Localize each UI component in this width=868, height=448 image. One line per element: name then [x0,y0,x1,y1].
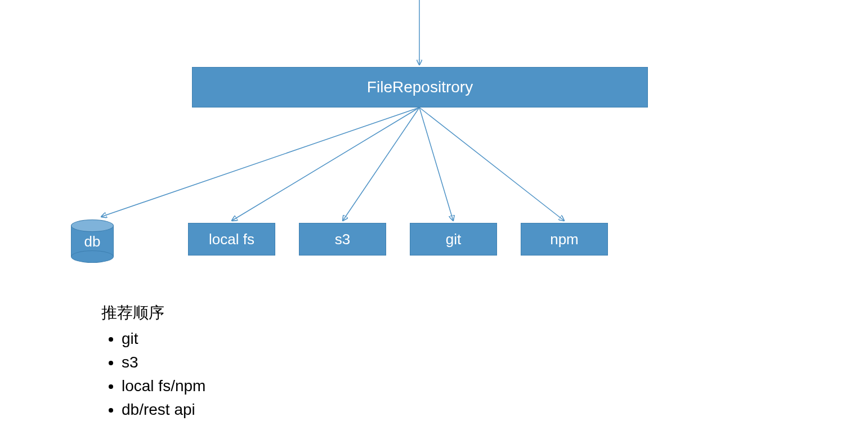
list-item: db/rest api [122,398,205,422]
node-git: git [410,223,497,256]
node-s3-label: s3 [335,231,350,248]
node-s3: s3 [299,223,386,256]
list-item: s3 [122,351,205,374]
node-db: db [71,219,114,262]
recommendation-notes: 推荐顺序 git s3 local fs/npm db/rest api [101,301,205,422]
list-item: git [122,327,205,351]
node-file-repository-label: FileRepositrory [367,78,473,96]
db-cylinder-bottom [71,250,114,263]
arrow-s3 [343,107,419,221]
node-db-label: db [71,233,114,250]
arrow-db [101,107,419,217]
arrow-npm [419,107,564,221]
node-npm: npm [521,223,608,256]
arrow-localfs [232,107,419,221]
node-git-label: git [446,231,461,248]
db-cylinder-top [71,219,114,232]
arrow-git [419,107,453,221]
node-local-fs: local fs [188,223,275,256]
node-file-repository: FileRepositrory [192,67,648,107]
recommendation-title: 推荐顺序 [101,301,205,325]
list-item: local fs/npm [122,374,205,398]
node-npm-label: npm [550,231,579,248]
diagram-canvas: FileRepositrory db local fs s3 git npm 推… [0,0,868,448]
recommendation-list: git s3 local fs/npm db/rest api [122,327,205,422]
node-local-fs-label: local fs [209,231,254,248]
